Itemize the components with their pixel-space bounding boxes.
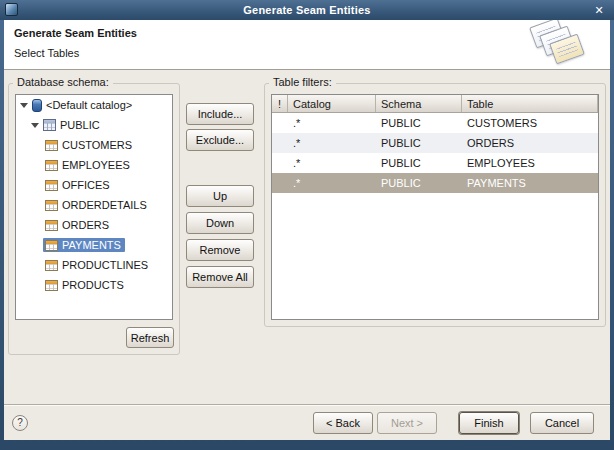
back-button[interactable]: < Back (313, 412, 373, 434)
wizard-header: Generate Seam Entities Select Tables (4, 20, 610, 70)
database-schema-label: Database schema: (13, 76, 113, 88)
exclude-button[interactable]: Exclude... (186, 129, 254, 151)
help-button[interactable]: ? (12, 415, 28, 431)
column-header-schema[interactable]: Schema (376, 95, 462, 112)
tree-item-public[interactable]: PUBLIC (16, 115, 172, 135)
expander-icon[interactable] (18, 103, 30, 108)
down-button[interactable]: Down (186, 212, 254, 234)
next-button: Next > (377, 412, 437, 434)
tree-item-employees[interactable]: EMPLOYEES (16, 155, 172, 175)
tree-item-payments[interactable]: PAYMENTS (16, 235, 172, 255)
table-icon (45, 280, 58, 291)
table-icon (45, 200, 58, 211)
wizard-content: Database schema: <Default catalog> PUBLI… (4, 71, 610, 404)
tree-item-customers[interactable]: CUSTOMERS (16, 135, 172, 155)
refresh-button[interactable]: Refresh (126, 327, 174, 348)
table-icon (45, 140, 58, 151)
column-header-flag[interactable]: ! (272, 95, 288, 112)
wizard-banner-icon (524, 22, 594, 68)
wizard-title: Generate Seam Entities (14, 27, 137, 39)
filters-table-header: ! Catalog Schema Table (272, 95, 598, 113)
database-schema-group: Database schema: <Default catalog> PUBLI… (8, 83, 180, 355)
filters-table: ! Catalog Schema Table .* PUBLIC CUSTOME… (271, 94, 599, 320)
window-title: Generate Seam Entities (0, 4, 614, 16)
table-filters-label: Table filters: (269, 76, 336, 88)
filter-row-payments[interactable]: .* PUBLIC PAYMENTS (272, 173, 598, 193)
tree-item-orderdetails[interactable]: ORDERDETAILS (16, 195, 172, 215)
dialog-body: Generate Seam Entities Select Tables Dat… (4, 20, 610, 440)
schema-icon (43, 119, 56, 131)
filter-row-orders[interactable]: .* PUBLIC ORDERS (272, 133, 598, 153)
remove-all-button[interactable]: Remove All (186, 266, 254, 288)
column-header-catalog[interactable]: Catalog (288, 95, 376, 112)
include-button[interactable]: Include... (186, 103, 254, 125)
finish-button[interactable]: Finish (459, 412, 519, 434)
dialog-window: Generate Seam Entities ✕ Generate Seam E… (0, 0, 614, 450)
filter-row-customers[interactable]: .* PUBLIC CUSTOMERS (272, 113, 598, 133)
tree-item-default-catalog[interactable]: <Default catalog> (16, 95, 172, 115)
close-icon[interactable]: ✕ (591, 2, 607, 18)
table-filters-group: Table filters: ! Catalog Schema Table .*… (264, 83, 606, 327)
expander-icon[interactable] (29, 123, 41, 128)
table-icon (45, 240, 58, 251)
column-header-table[interactable]: Table (462, 95, 598, 112)
table-icon (45, 160, 58, 171)
catalog-icon (32, 99, 42, 112)
filter-row-employees[interactable]: .* PUBLIC EMPLOYEES (272, 153, 598, 173)
table-icon (45, 220, 58, 231)
wizard-subtitle: Select Tables (14, 47, 79, 59)
title-bar: Generate Seam Entities ✕ (0, 0, 614, 20)
button-bar: ? < Back Next > Finish Cancel (4, 404, 610, 440)
tree-item-orders[interactable]: ORDERS (16, 215, 172, 235)
table-icon (45, 180, 58, 191)
table-icon (45, 260, 58, 271)
tree-item-products[interactable]: PRODUCTS (16, 275, 172, 295)
schema-tree: <Default catalog> PUBLIC CUSTOMERS (15, 94, 173, 320)
tree-item-productlines[interactable]: PRODUCTLINES (16, 255, 172, 275)
remove-button[interactable]: Remove (186, 239, 254, 261)
tree-item-offices[interactable]: OFFICES (16, 175, 172, 195)
up-button[interactable]: Up (186, 185, 254, 207)
cancel-button[interactable]: Cancel (530, 412, 594, 434)
